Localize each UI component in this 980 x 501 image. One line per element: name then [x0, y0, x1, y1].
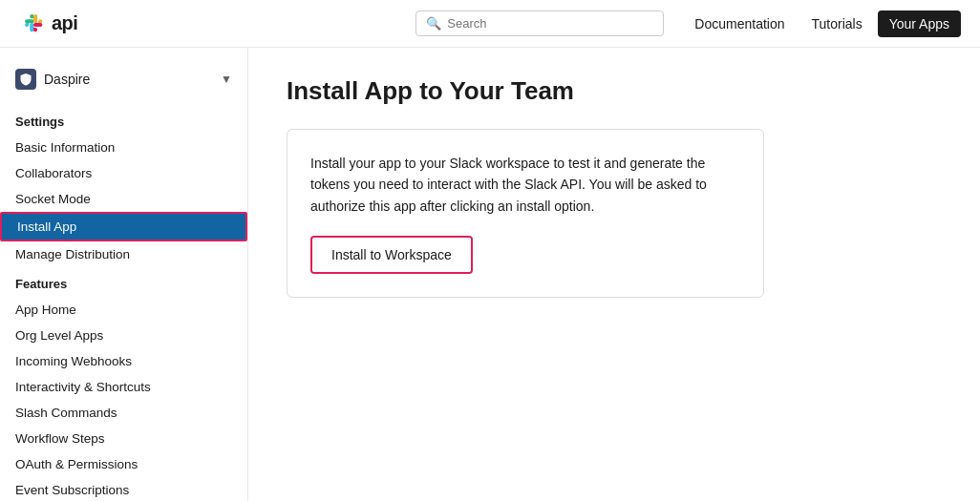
sidebar-item-slash-commands[interactable]: Slash Commands: [0, 400, 247, 426]
search-bar[interactable]: 🔍: [415, 10, 664, 36]
sidebar-item-socket-mode[interactable]: Socket Mode: [0, 186, 247, 212]
workspace-name: Daspire: [44, 72, 213, 87]
main-content: Install App to Your Team Install your ap…: [248, 48, 980, 501]
slack-logo-icon: [19, 10, 46, 37]
logo-area: api: [19, 10, 77, 37]
sidebar-item-manage-distribution[interactable]: Manage Distribution: [0, 241, 247, 267]
sidebar-item-org-level-apps[interactable]: Org Level Apps: [0, 323, 247, 348]
features-section-label: Features: [0, 267, 247, 297]
sidebar-item-basic-information[interactable]: Basic Information: [0, 135, 247, 160]
sidebar: Daspire ▼ Settings Basic Information Col…: [0, 48, 248, 501]
top-nav: api 🔍 Documentation Tutorials Your Apps: [0, 0, 980, 48]
settings-section-label: Settings: [0, 105, 247, 135]
search-input[interactable]: [447, 16, 653, 31]
install-description: Install your app to your Slack workspace…: [310, 153, 740, 217]
sidebar-item-app-home[interactable]: App Home: [0, 297, 247, 323]
sidebar-item-incoming-webhooks[interactable]: Incoming Webhooks: [0, 348, 247, 374]
tutorials-link[interactable]: Tutorials: [800, 10, 874, 37]
sidebar-item-event-subscriptions[interactable]: Event Subscriptions: [0, 477, 247, 501]
your-apps-link[interactable]: Your Apps: [878, 10, 961, 37]
sidebar-item-collaborators[interactable]: Collaborators: [0, 160, 247, 186]
sidebar-item-install-app[interactable]: Install App: [0, 212, 247, 241]
shield-icon: [19, 73, 32, 86]
sidebar-item-workflow-steps[interactable]: Workflow Steps: [0, 426, 247, 451]
install-button-wrapper: Install to Workspace: [310, 236, 473, 274]
search-icon: 🔍: [426, 16, 441, 31]
workspace-selector[interactable]: Daspire ▼: [0, 63, 247, 105]
chevron-down-icon: ▼: [221, 73, 232, 86]
sidebar-item-oauth-permissions[interactable]: OAuth & Permissions: [0, 451, 247, 477]
main-layout: Daspire ▼ Settings Basic Information Col…: [0, 48, 980, 501]
install-info-card: Install your app to your Slack workspace…: [287, 129, 764, 298]
workspace-icon: [15, 69, 36, 90]
install-to-workspace-button[interactable]: Install to Workspace: [312, 238, 471, 272]
logo-text: api: [52, 12, 77, 34]
nav-links: Documentation Tutorials Your Apps: [683, 10, 961, 37]
sidebar-item-interactivity-shortcuts[interactable]: Interactivity & Shortcuts: [0, 374, 247, 400]
documentation-link[interactable]: Documentation: [683, 10, 796, 37]
page-title: Install App to Your Team: [287, 76, 942, 106]
